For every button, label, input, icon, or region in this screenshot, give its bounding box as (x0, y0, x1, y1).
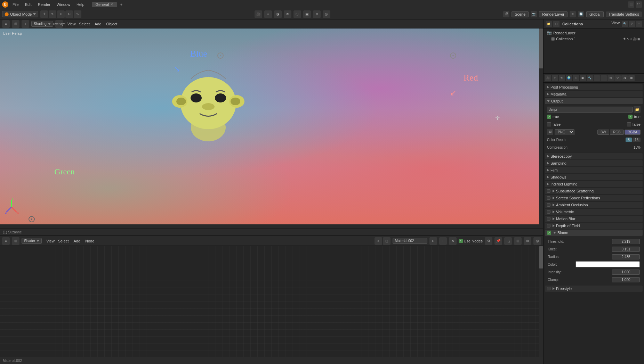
proportional-icon[interactable]: ◎ (323, 10, 330, 18)
bloom-checkbox[interactable]: ✓ (547, 231, 551, 235)
rp-tab-camera[interactable]: 🎥 (545, 75, 551, 81)
tab-close[interactable]: ✕ (111, 3, 113, 6)
preferences-icon[interactable]: ⚙ (570, 11, 576, 17)
view-icon[interactable]: 👁 (284, 10, 291, 18)
motion-blur-header[interactable]: Motion Blur (545, 216, 643, 222)
output-path-browse[interactable]: 📁 (634, 106, 641, 113)
render-icon[interactable]: 🎥 (255, 10, 262, 18)
viewport-scrollbar-h[interactable] (0, 224, 539, 229)
shader-scrollbar-v[interactable] (539, 246, 543, 357)
rp-sync-icon[interactable]: ↔ (636, 21, 642, 27)
shading-mode-select[interactable]: Shading (31, 21, 53, 27)
ssr-header[interactable]: Screen Space Reflections (545, 195, 643, 201)
volumetric-header[interactable]: Volumetric (545, 209, 643, 215)
mat-cube-icon[interactable]: ◻ (383, 237, 391, 245)
scale-icon[interactable]: ⤡ (74, 10, 81, 18)
rp-tab-constraints[interactable]: ⛓ (607, 75, 614, 81)
rp-funnel-icon[interactable]: ▽ (629, 21, 635, 27)
rp-filter-icon[interactable]: 🔍 (622, 21, 628, 27)
material-icon[interactable]: ○ (264, 10, 272, 18)
outliner-collection1[interactable]: ▦ Collection 1 👁 ↖ ○ 🎥 ▦ (546, 36, 642, 42)
mat-sphere-icon[interactable]: ○ (375, 237, 382, 245)
use-nodes-add[interactable]: + (439, 237, 447, 245)
bloom-color-swatch[interactable] (575, 261, 640, 267)
radius-input[interactable] (612, 254, 640, 259)
material-select[interactable]: Material.002 (393, 238, 427, 244)
outliner-renderlayer[interactable]: 📷 RenderLayer (546, 30, 642, 36)
shader-settings-icon[interactable]: ⚙ (485, 237, 492, 245)
indirect-lighting-header[interactable]: Indirect Lighting (545, 181, 643, 187)
viewport-canvas[interactable]: Blue ↘ Red ↙ Green (0, 28, 543, 229)
file-ext-checkbox[interactable]: ✓ (628, 115, 633, 119)
viewport-object-menu[interactable]: Object (105, 22, 119, 26)
rp-tab-scene[interactable]: 🌍 (566, 75, 572, 81)
dof-header[interactable]: Depth of Field (545, 223, 643, 229)
shader-menu-icon[interactable]: ≡ (2, 237, 10, 245)
shader-type-icon[interactable]: ⊞ (12, 237, 19, 245)
stereoscopy-header[interactable]: Stereoscopy (545, 153, 643, 159)
xray-icon[interactable]: ▣ (303, 10, 311, 18)
shader-node-menu[interactable]: Node (84, 239, 96, 243)
pin-icon[interactable]: 📌 (494, 237, 502, 245)
viewport-menu-icon[interactable]: ≡ (2, 20, 10, 28)
rp-tab-view[interactable]: 👁 (559, 75, 565, 81)
threshold-input[interactable] (612, 239, 640, 244)
menu-window[interactable]: Window (54, 2, 73, 7)
freestyle-header[interactable]: Freestyle (545, 286, 643, 292)
metadata-header[interactable]: Metadata (545, 91, 643, 97)
scene-select[interactable]: Scene (512, 11, 529, 17)
depth-8-btn[interactable]: 8 (626, 138, 632, 142)
rp-tab-object[interactable]: ▣ (580, 75, 586, 81)
snap-shader-icon[interactable]: ⊕ (524, 237, 531, 245)
sampling-header[interactable]: Sampling (545, 160, 643, 166)
depth-16-btn[interactable]: 16 (633, 138, 641, 142)
rp-tab-output[interactable]: ◻ (552, 75, 558, 81)
global-select[interactable]: Global (586, 11, 604, 17)
clamp-input[interactable] (612, 277, 640, 282)
overwrite-checkbox[interactable]: ✓ (547, 115, 551, 119)
rp-tab-material[interactable]: ◑ (621, 75, 628, 81)
use-nodes-f[interactable]: F (429, 237, 437, 245)
translate-settings[interactable]: Translate Settings (606, 11, 642, 17)
shader-view-menu[interactable]: View (46, 239, 55, 243)
knee-input[interactable] (612, 247, 640, 252)
film-header[interactable]: Film (545, 167, 643, 173)
mode-select[interactable]: ⬤ Object Mode (2, 11, 38, 17)
rp-tab-world[interactable]: ○ (573, 75, 579, 81)
rp-tab-particles[interactable]: · (594, 75, 600, 81)
viewport-type-icon[interactable]: ⊞ (12, 20, 19, 28)
bloom-header[interactable]: ✓ Bloom (545, 230, 643, 236)
rp-view-label[interactable]: View (610, 21, 621, 27)
output-path-input[interactable] (547, 107, 633, 113)
menu-help[interactable]: Help (74, 2, 87, 7)
overlay-icon[interactable]: ⬡ (293, 10, 301, 18)
move-icon[interactable]: ✦ (57, 10, 65, 18)
outliner-area[interactable]: 📷 RenderLayer ▦ Collection 1 👁 ↖ ○ 🎥 ▦ (544, 28, 644, 74)
post-processing-header[interactable]: Post Processing (545, 84, 643, 90)
menu-render[interactable]: Render (35, 2, 53, 7)
renderlayer-select[interactable]: RenderLayer (539, 11, 567, 17)
shader-select-menu[interactable]: Select (57, 239, 70, 243)
grid-icon[interactable]: ⊞ (514, 237, 522, 245)
workspace-icon[interactable]: ⬛ (628, 1, 634, 8)
menu-edit[interactable]: Edit (22, 2, 34, 7)
proportional-shader-icon[interactable]: ◎ (533, 237, 541, 245)
viewport-shade-icon[interactable]: ◑ (274, 10, 282, 18)
rgba-btn[interactable]: RGBA (625, 130, 641, 135)
viewport-overlays-btn[interactable]: Overlays (55, 20, 63, 28)
frame-icon[interactable]: ⬚ (504, 237, 512, 245)
bw-btn[interactable]: BW (597, 130, 609, 135)
snap-icon[interactable]: ⊕ (313, 10, 321, 18)
sync-icon[interactable]: 🔄 (578, 11, 584, 17)
fullscreen-icon[interactable]: ⛶ (636, 1, 642, 8)
rotate-icon[interactable]: ↻ (65, 10, 73, 18)
shader-canvas[interactable]: Diffuse BSDF Color Roughness: 0.000 Norm… (0, 246, 543, 357)
rp-tab-physics[interactable]: ~ (601, 75, 607, 81)
viewport-select-menu[interactable]: Select (78, 22, 91, 26)
rp-tab-data[interactable]: ▽ (614, 75, 621, 81)
ao-header[interactable]: Ambient Occlusion (545, 202, 643, 208)
shader-add-menu[interactable]: Add (72, 239, 82, 243)
rp-tab-modifier[interactable]: 🔧 (587, 75, 593, 81)
viewport-overlay-icon[interactable]: ○ (22, 20, 29, 28)
menu-file[interactable]: File (10, 2, 22, 7)
